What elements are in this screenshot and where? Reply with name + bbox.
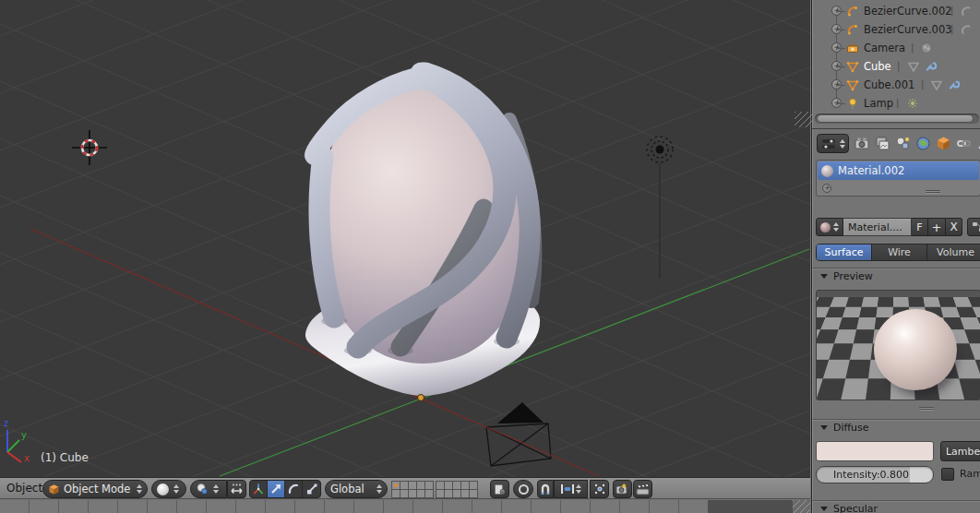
item-label[interactable]: BezierCurve.003 (864, 23, 952, 36)
viewport-shading-dropdown[interactable] (151, 480, 186, 498)
use-nodes-button[interactable] (967, 218, 980, 236)
render-animation-button[interactable] (633, 480, 652, 498)
curve-data-icon[interactable] (960, 23, 973, 36)
cube-object[interactable] (305, 70, 540, 401)
material-name-field[interactable]: Material.... (843, 218, 912, 236)
camera-data-icon[interactable] (920, 42, 933, 54)
diffuse-intensity-slider[interactable]: Intensity: 0.800 (816, 466, 934, 483)
outliner-hscrollbar[interactable] (815, 113, 979, 124)
snap-target-icon (593, 483, 606, 495)
browse-material-button[interactable] (816, 218, 843, 236)
material-datablock-row: Material.... F + X (816, 218, 962, 236)
layer-cell[interactable] (469, 489, 478, 498)
3d-cursor[interactable] (72, 130, 107, 165)
layers-grid-1[interactable] (391, 481, 433, 497)
preview-panel-header[interactable]: Preview (812, 268, 980, 283)
outliner-item-beziercurve-003[interactable]: BezierCurve.003 | (812, 20, 980, 39)
collapse-arrow-icon (820, 274, 828, 279)
lamp-icon (846, 97, 859, 110)
unlink-material-button[interactable]: X (946, 218, 962, 236)
tab-surface[interactable]: Surface (817, 245, 872, 260)
layers-grid-2[interactable] (436, 481, 477, 497)
object-origin-dot (418, 395, 424, 401)
clapperboard-icon (636, 483, 650, 495)
mode-dropdown[interactable]: Object Mode (42, 480, 148, 498)
axis-y-label: y (21, 430, 27, 440)
item-label[interactable]: BezierCurve.002 (864, 5, 952, 18)
manipulate-center-points-toggle[interactable] (227, 480, 246, 498)
diffuse-color-swatch[interactable] (816, 441, 934, 461)
specular-panel-header[interactable]: Specular (812, 500, 980, 513)
timeline-resize-grip[interactable] (793, 500, 810, 513)
tab-wire[interactable]: Wire (872, 245, 927, 260)
curve-icon (846, 23, 859, 36)
active-object-status: (1) Cube (41, 451, 89, 464)
outliner-item-cube-001[interactable]: Cube.001 | (812, 76, 980, 94)
tab-constraints[interactable] (956, 136, 972, 151)
item-label[interactable]: Cube.001 (864, 78, 914, 91)
mesh-data-icon[interactable] (930, 78, 943, 91)
new-material-button[interactable]: + (928, 218, 946, 236)
material-slot-selected[interactable]: Material.002 (818, 161, 979, 180)
outliner-item-beziercurve-002[interactable]: BezierCurve.002 | (812, 2, 980, 20)
translate-manipulator-button[interactable] (268, 481, 285, 497)
pivot-point-dropdown[interactable] (190, 480, 227, 498)
modifier-wrench-icon[interactable] (924, 60, 937, 73)
blender-window: z y x (1) Cube BezierCurve.002 | BezierC… (0, 0, 980, 513)
transform-orientation-dropdown[interactable]: Global (325, 480, 388, 498)
material-slot-list[interactable]: Material.002 (816, 160, 980, 197)
list-resize-handle[interactable] (926, 189, 940, 194)
preview-sphere (874, 309, 957, 390)
collapse-arrow-icon (820, 507, 828, 511)
scrollbar-thumb[interactable] (817, 114, 974, 123)
diffuse-panel-header[interactable]: Diffuse (812, 419, 980, 435)
tab-render[interactable] (855, 136, 870, 151)
outliner-item-lamp[interactable]: Lamp | (812, 94, 980, 113)
mesh-data-icon[interactable] (907, 60, 920, 73)
render-opengl-button[interactable] (613, 480, 632, 498)
properties-panel: Material.002 Material.... F + X Surface … (811, 128, 980, 513)
scale-icon (305, 483, 318, 495)
ramp-checkbox[interactable] (941, 468, 954, 481)
material-preview[interactable] (816, 290, 980, 400)
modifier-wrench-icon[interactable] (947, 78, 960, 91)
outliner-item-cube[interactable]: Cube | (812, 57, 980, 76)
timeline-strip[interactable] (0, 500, 810, 513)
manipulator-group (249, 480, 321, 498)
item-label[interactable]: Lamp (864, 97, 893, 110)
snap-target-button[interactable] (590, 480, 609, 498)
panel-resize-handle[interactable] (919, 406, 934, 411)
material-browse-icon (820, 222, 831, 233)
scale-manipulator-button[interactable] (303, 481, 320, 497)
item-label[interactable]: Cube (864, 60, 891, 73)
snap-element-dropdown[interactable] (554, 480, 588, 498)
tab-modifiers[interactable] (976, 136, 980, 151)
editor-type-arrows (840, 139, 845, 149)
lock-to-scene-toggle[interactable] (490, 480, 509, 498)
pivot-icon (196, 483, 209, 495)
cube-mode-icon (48, 483, 60, 495)
tab-world[interactable] (915, 136, 931, 151)
tab-scene[interactable] (895, 136, 911, 151)
proportional-circle-icon (519, 484, 529, 495)
diffuse-shader-dropdown[interactable]: Lambert (940, 441, 980, 461)
editor-type-button[interactable] (817, 134, 849, 153)
fake-user-button[interactable]: F (912, 218, 928, 236)
3d-viewport[interactable]: z y x (1) Cube (0, 0, 810, 477)
layer-cell[interactable] (424, 489, 434, 498)
mesh-icon (846, 78, 859, 91)
proportional-edit-toggle[interactable] (513, 480, 533, 498)
item-label[interactable]: Camera (864, 42, 905, 54)
tab-volume[interactable]: Volume (927, 245, 980, 260)
area-resize-grip[interactable] (795, 112, 812, 127)
slot-add-icon[interactable] (822, 184, 831, 193)
object-menu[interactable]: Object (6, 482, 42, 495)
tab-object[interactable] (936, 136, 951, 151)
manipulator-toggle-button[interactable] (250, 481, 268, 497)
outliner-item-camera[interactable]: Camera | (812, 39, 980, 57)
snap-toggle[interactable] (537, 480, 554, 498)
rotate-manipulator-button[interactable] (285, 481, 303, 497)
lamp-data-icon[interactable] (906, 97, 919, 110)
curve-data-icon[interactable] (960, 5, 973, 18)
tab-render-layers[interactable] (875, 136, 890, 151)
